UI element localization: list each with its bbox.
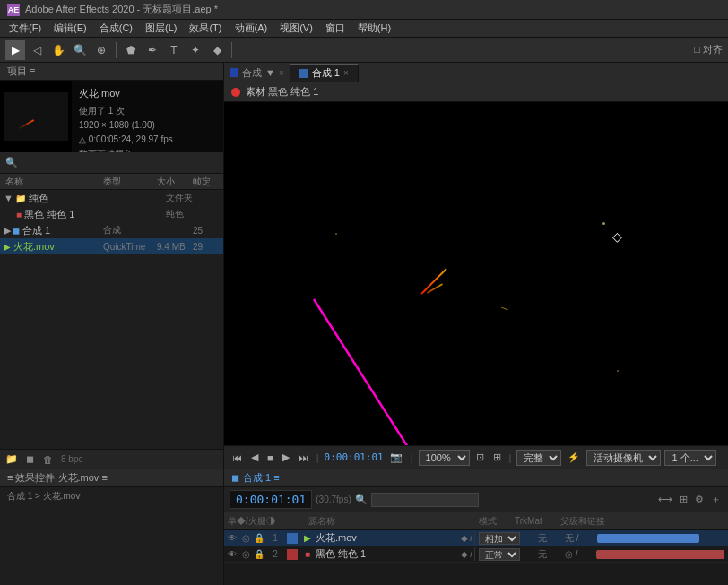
app-title: Adobe After Effects 2020 - 无标题项目.aep * [25, 3, 218, 16]
tool-pen2[interactable]: ✒ [143, 40, 162, 60]
tl-layer-1-shy: / [470, 533, 472, 543]
tl-left-headers: 单◆/火腿◑ 源名称 [224, 515, 475, 528]
tool-zoom[interactable]: 🔍 [70, 40, 90, 60]
footage-tab-close[interactable]: × [279, 68, 284, 78]
anchor-point-crosshair [612, 229, 625, 242]
comp-tab-1[interactable]: 合成 1 × [290, 64, 359, 82]
comp-tab-label-1: 合成 1 [312, 66, 340, 80]
tl-layer-2-shy: / [470, 549, 472, 559]
timeline-layer-2[interactable]: 👁 ◎ 🔒 2 ■ 黑色 纯色 1 ◆ / 正常 [224, 546, 728, 563]
tl-layer-2-solo[interactable]: ◎ [239, 548, 252, 561]
tl-layer-2-lock[interactable]: 🔒 [253, 548, 265, 561]
timeline-comp-icon: ◼ [231, 472, 239, 484]
folder-icon: 📁 [15, 194, 26, 203]
timeline-layer-1[interactable]: 👁 ◎ 🔒 1 ▶ 火花.mov ◆ / 相加 [224, 530, 728, 546]
tool-mask[interactable]: ⬟ [121, 40, 141, 60]
viewer-render-btn[interactable]: ⚡ [565, 449, 583, 467]
menu-edit[interactable]: 编辑(E) [48, 20, 92, 37]
tl-layer-1-mode[interactable]: 相加 [479, 532, 520, 545]
tree-item-comp1[interactable]: ▶ ◼ 合成 1 合成 25 [0, 222, 223, 238]
timeline-timecode[interactable]: 0:00:01:01 [230, 490, 312, 509]
thumbnail-preview [0, 81, 72, 152]
menu-effects[interactable]: 效果(T) [184, 20, 227, 37]
timeline-search-input[interactable] [371, 493, 479, 507]
viewer-fit-width[interactable]: ⊡ [473, 449, 487, 467]
tl-layer-1-color-swatch [287, 533, 298, 544]
tree-item-solid-black[interactable]: ■ 黑色 纯色 1 纯色 [0, 206, 223, 222]
timeline-add-btn[interactable]: ＋ [709, 493, 723, 506]
menu-window[interactable]: 窗口 [320, 20, 351, 37]
menu-help[interactable]: 帮助(H) [352, 20, 396, 37]
tl-layer-2-mode[interactable]: 正常 [479, 548, 520, 561]
menu-composition[interactable]: 合成(C) [94, 20, 138, 37]
source-header: 素材 黑色 纯色 1 [224, 82, 728, 102]
timeline-controls-right: ⟷ ⊞ ⚙ ＋ [656, 493, 723, 506]
tl-layer-2-bar [596, 550, 724, 559]
viewer-timecode[interactable]: 0:00:01:01 [325, 452, 384, 463]
tl-layer-2-name: 黑色 纯色 1 [316, 547, 459, 561]
tool-rotate[interactable]: ⊕ [91, 40, 111, 60]
viewer-next-frame[interactable]: ⏭ [296, 449, 311, 467]
tl-layer-1-lock[interactable]: 🔒 [253, 532, 265, 545]
tl-col-source: 源名称 [308, 515, 335, 528]
tree-type-video: QuickTime [103, 242, 157, 252]
timeline-panel: ◼ 合成 1 ≡ 0:00:01:01 (30.7fps) 🔍 ⟷ ⊞ ⚙ ＋ [224, 469, 728, 585]
tl-layer-2-eye[interactable]: 👁 [226, 548, 238, 561]
camera-dropdown[interactable]: 活动摄像机 [586, 450, 661, 466]
viewer-play-back[interactable]: ◀ [248, 449, 261, 467]
viewer-prev-frame[interactable]: ⏮ [230, 449, 245, 467]
delete-button[interactable]: 🗑 [39, 452, 56, 468]
tl-col-switches: 单◆/火腿◑ [228, 515, 299, 528]
tree-frame-comp: 25 [193, 226, 220, 236]
tool-puppet[interactable]: ◆ [207, 40, 227, 60]
menu-file[interactable]: 文件(F) [4, 20, 47, 37]
composition-viewer[interactable] [224, 102, 728, 445]
menu-layer[interactable]: 图层(L) [140, 20, 182, 37]
viewer-play[interactable]: ▶ [280, 449, 292, 467]
tree-item-folder-pure[interactable]: ▼ 📁 纯色 文件夹 [0, 190, 223, 206]
tool-select[interactable]: ▶ [5, 40, 25, 60]
footage-tab-box [230, 68, 238, 77]
viewer-grid[interactable]: ⊞ [490, 449, 504, 467]
folder-arrow-icon: ▼ [4, 193, 13, 203]
tool-brush[interactable]: ✦ [186, 40, 205, 60]
thumbnail-filename: 火花.mov [79, 86, 216, 102]
tree-item-video-spark[interactable]: ▶ 火花.mov QuickTime 9.4 MB 29 [0, 238, 223, 254]
composition-tabs: 合成 ▼ × 合成 1 × [224, 63, 728, 82]
comp-tab-icon-1 [299, 69, 308, 78]
tree-size-video: 9.4 MB [157, 242, 193, 252]
tl-layer-2-parent: ◎ / [565, 549, 578, 559]
col-type-header: 类型 [103, 176, 157, 188]
tree-type-comp: 合成 [103, 224, 157, 237]
timeline-header: ◼ 合成 1 ≡ [224, 469, 728, 487]
tl-layer-1-eye[interactable]: 👁 [226, 532, 238, 545]
viewer-snapshot[interactable]: 📷 [387, 449, 405, 467]
title-bar: AE Adobe After Effects 2020 - 无标题项目.aep … [0, 0, 728, 20]
viewer-stop[interactable]: ■ [264, 449, 276, 467]
quality-dropdown[interactable]: 完整 [516, 450, 561, 466]
menu-view[interactable]: 视图(V) [274, 20, 318, 37]
timeline-expand-btn[interactable]: ⊞ [678, 494, 689, 505]
new-comp-button[interactable]: ◼ [22, 452, 38, 468]
view-dropdown[interactable]: 1 个... [664, 450, 716, 466]
effects-panel: ≡ 效果控件 火花.mov ≡ 合成 1 > 火花.mov [0, 469, 224, 585]
project-search-input[interactable] [22, 158, 218, 168]
footage-tab[interactable]: 合成 ▼ × [224, 64, 290, 82]
project-panel-bottom: 📁 ◼ 🗑 8 bpc [0, 449, 223, 469]
zoom-dropdown[interactable]: 100% [419, 450, 470, 466]
timeline-graph-btn[interactable]: ⟷ [656, 494, 674, 505]
tool-text[interactable]: T [164, 40, 184, 60]
menu-animation[interactable]: 动画(A) [230, 20, 273, 37]
tool-shape[interactable]: ◁ [27, 40, 47, 60]
comp-tab-close-1[interactable]: × [343, 68, 349, 78]
tl-layer-1-bar-area [597, 532, 724, 545]
tl-layer-2-vis-btns: 👁 ◎ 🔒 [226, 548, 265, 561]
effects-breadcrumb: 合成 1 > 火花.mov [0, 487, 223, 505]
tl-right-headers: 模式 TrkMat 父级和链接 [475, 515, 728, 528]
tool-pen[interactable]: ✋ [48, 40, 68, 60]
new-folder-button[interactable]: 📁 [4, 452, 20, 468]
tl-layer-1-solo[interactable]: ◎ [239, 532, 252, 545]
project-column-headers: 名称 类型 大小 帧定 [0, 174, 223, 190]
spark-effect-4 [617, 370, 619, 372]
timeline-settings-btn[interactable]: ⚙ [693, 494, 706, 505]
